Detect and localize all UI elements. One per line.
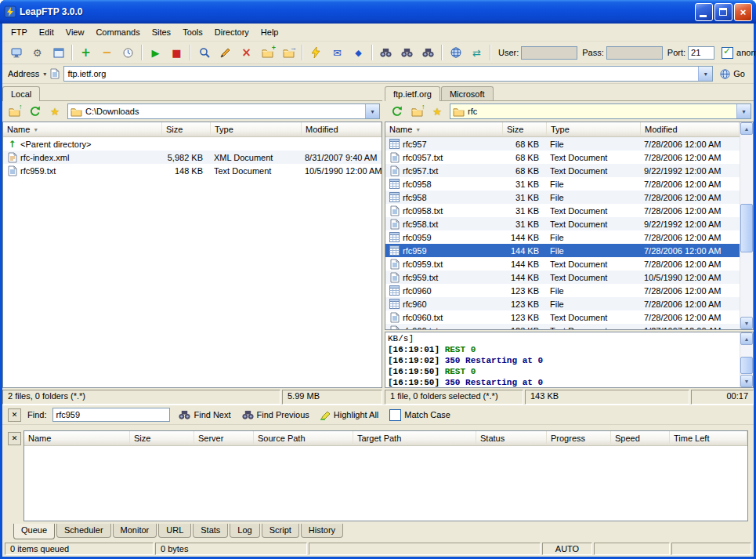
menu-item-edit[interactable]: Edit (34, 25, 60, 39)
file-row[interactable]: rfc-index.xml5,982 KBXML Document8/31/20… (3, 151, 382, 164)
queue-column-source-path[interactable]: Source Path (254, 431, 353, 445)
local-path-dropdown-arrow[interactable]: ▾ (365, 104, 379, 118)
file-row[interactable]: rfc95831 KBFile7/28/2006 12:00 AM (385, 191, 740, 204)
address-label[interactable]: Address (8, 69, 39, 78)
new-folder-button[interactable]: + (257, 43, 278, 63)
scroll-up-button[interactable]: ▲ (740, 332, 753, 345)
tab-stats[interactable]: Stats (193, 524, 228, 538)
go-button[interactable]: Go (717, 68, 748, 80)
find-next-button[interactable]: Find Next (176, 408, 233, 421)
column-header-modified[interactable]: Modified (641, 122, 740, 136)
remote-list-scrollbar[interactable]: ▲ ▼ (740, 122, 753, 329)
find-close-button[interactable]: ✕ (8, 408, 21, 422)
queue-column-size[interactable]: Size (130, 431, 194, 445)
sync-button[interactable]: ◆ (348, 43, 369, 63)
tab-queue[interactable]: Queue (13, 524, 55, 539)
tab-history[interactable]: History (301, 524, 343, 538)
add-button[interactable]: + (75, 43, 96, 63)
site-manager-button[interactable] (48, 43, 69, 63)
queue-column-target-path[interactable]: Target Path (353, 431, 476, 445)
address-dropdown-arrow[interactable]: ▾ (698, 67, 712, 81)
queue-column-status[interactable]: Status (476, 431, 547, 445)
tab-script[interactable]: Script (262, 524, 299, 538)
scroll-thumb[interactable] (740, 357, 753, 374)
menu-item-ftp[interactable]: FTP (5, 25, 33, 39)
file-row[interactable]: rfc0958.txt31 KBText Document7/28/2006 1… (385, 204, 740, 217)
folder-up-button[interactable]: ↑ (5, 103, 24, 120)
match-case-checkbox[interactable]: ✓ Match Case (387, 408, 453, 423)
log-scrollbar[interactable]: ▲ ▼ (740, 332, 753, 387)
maximize-button[interactable] (714, 3, 732, 21)
local-path-combo[interactable]: C:\Downloads ▾ (67, 103, 380, 119)
connect-button[interactable] (5, 43, 27, 63)
find-files-button[interactable] (396, 43, 418, 63)
queue-column-time-left[interactable]: Time Left (670, 431, 747, 445)
column-header-modified[interactable]: Modified (302, 122, 382, 136)
remote-path-dropdown-arrow[interactable]: ▾ (736, 104, 751, 118)
menu-item-tools[interactable]: Tools (177, 25, 208, 39)
favorites-button[interactable]: ★ (45, 103, 64, 120)
swap-button[interactable]: ⇄ (466, 43, 487, 63)
tab-ftp-ietf-org[interactable]: ftp.ietf.org (385, 86, 440, 101)
scroll-down-button[interactable]: ▼ (740, 375, 753, 387)
file-row[interactable]: rfc0959144 KBFile7/28/2006 12:00 AM (385, 230, 740, 244)
scroll-track[interactable] (740, 135, 753, 317)
find-input[interactable] (52, 408, 170, 422)
file-row[interactable]: rfc959.txt144 KBText Document10/5/1990 1… (385, 270, 740, 284)
file-row[interactable]: rfc0960.txt123 KBText Document7/28/2006 … (385, 310, 740, 324)
stop-button[interactable]: ■ (166, 43, 187, 63)
file-row[interactable]: rfc960123 KBFile7/28/2006 12:00 AM (385, 297, 740, 310)
queue-column-name[interactable]: Name (24, 431, 130, 445)
find-button[interactable] (375, 43, 396, 63)
menu-item-directory[interactable]: Directory (209, 25, 255, 39)
file-row[interactable]: rfc0959.txt144 KBText Document7/28/2006 … (385, 257, 740, 270)
file-row[interactable]: rfc959.txt148 KBText Document10/5/1990 1… (3, 164, 382, 177)
find-previous-button[interactable]: Find Previous (240, 408, 312, 421)
file-row[interactable]: rfc95768 KBFile7/28/2006 12:00 AM (385, 137, 740, 151)
delete-button[interactable]: × (236, 43, 257, 63)
web-button[interactable] (445, 43, 466, 63)
address-combo[interactable]: ftp.ietf.org ▾ (63, 66, 713, 82)
menu-item-view[interactable]: View (60, 25, 90, 39)
tab-url[interactable]: URL (158, 524, 191, 538)
column-header-type[interactable]: Type (211, 122, 302, 136)
tab-log[interactable]: Log (230, 524, 259, 538)
file-row[interactable]: rfc958.txt31 KBText Document9/22/1992 12… (385, 217, 740, 230)
queue-column-progress[interactable]: Progress (547, 431, 611, 445)
column-header-name[interactable]: Name▼ (3, 122, 162, 136)
folder-up-button[interactable]: ↑ (407, 103, 426, 120)
column-header-size[interactable]: Size (162, 122, 211, 136)
remote-list-body[interactable]: rfc95768 KBFile7/28/2006 12:00 AMrfc0957… (385, 137, 740, 329)
scroll-up-button[interactable]: ▲ (740, 122, 753, 135)
tab-microsoft[interactable]: Microsoft (441, 86, 494, 100)
remove-button[interactable]: − (96, 43, 118, 63)
close-button[interactable]: × (734, 3, 752, 21)
find-next-button[interactable] (418, 43, 439, 63)
goto-folder-button[interactable]: → (278, 43, 299, 63)
column-header-size[interactable]: Size (503, 122, 547, 136)
file-row[interactable]: rfc0957.txt68 KBText Document7/28/2006 1… (385, 151, 740, 164)
minimize-button[interactable] (695, 3, 713, 21)
queue-column-server[interactable]: Server (194, 431, 254, 445)
port-field[interactable] (688, 46, 714, 60)
user-field[interactable] (521, 46, 577, 60)
file-row[interactable]: rfc095831 KBFile7/28/2006 12:00 AM (385, 177, 740, 191)
scroll-thumb[interactable] (740, 204, 753, 252)
anonymous-checkbox[interactable]: ✓ (722, 47, 733, 59)
log-output[interactable]: KB/s][16:19:01] REST 0[16:19:02] 350 Res… (385, 332, 740, 387)
quick-connect-button[interactable] (306, 43, 327, 63)
menu-item-commands[interactable]: Commands (90, 25, 145, 39)
mail-button[interactable]: ✉ (327, 43, 348, 63)
menu-item-help[interactable]: Help (255, 25, 284, 39)
column-header-name[interactable]: Name▼ (385, 122, 503, 136)
queue-list-body[interactable] (24, 446, 747, 521)
favorites-button[interactable]: ★ (428, 103, 447, 120)
remote-path-combo[interactable]: rfc ▾ (450, 103, 751, 119)
menu-item-sites[interactable]: Sites (146, 25, 176, 39)
column-header-type[interactable]: Type (547, 122, 641, 136)
options-button[interactable]: ⚙ (27, 43, 48, 63)
queue-column-speed[interactable]: Speed (611, 431, 670, 445)
refresh-button[interactable] (387, 103, 406, 120)
scroll-track[interactable] (740, 345, 753, 375)
highlight-all-button[interactable]: Highlight All (318, 408, 381, 422)
